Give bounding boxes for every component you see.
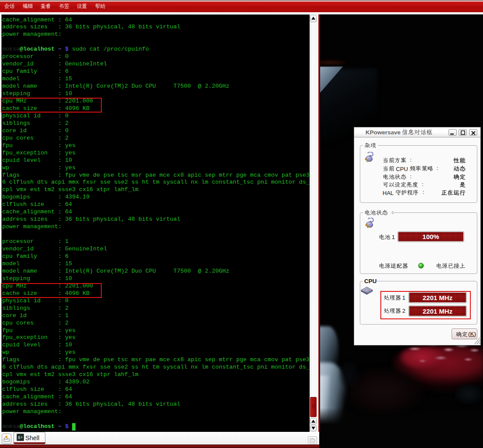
- svg-text:$: $: [18, 436, 21, 440]
